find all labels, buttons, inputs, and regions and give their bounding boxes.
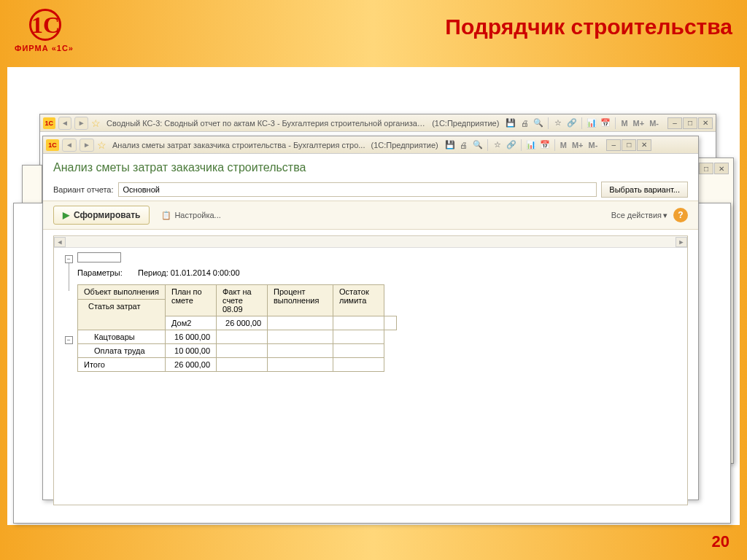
report-heading: Анализ сметы затрат заказчика строительс… [43, 154, 698, 179]
app-icon: 1C [46, 139, 59, 151]
cell-percent [268, 344, 333, 358]
table-row: Оплата труда 10 000,00 [78, 344, 397, 358]
maximize-button[interactable]: □ [622, 139, 636, 151]
minimize-button[interactable]: – [667, 117, 682, 129]
calendar-icon[interactable]: 📅 [600, 117, 611, 129]
m-plus-button[interactable]: M+ [632, 119, 646, 128]
play-icon: ▶ [63, 210, 69, 220]
m-minus-button[interactable]: M- [587, 141, 599, 149]
cell-remain [333, 358, 384, 372]
all-actions-menu[interactable]: Все действия ▾ [611, 211, 667, 220]
slide-number: 20 [712, 532, 729, 551]
logo-1c-icon: 1C [29, 9, 61, 41]
generate-button[interactable]: ▶ Сформировать [53, 206, 150, 225]
m-minus-button[interactable]: M- [648, 119, 660, 128]
app-name: (1С:Предприятие) [432, 119, 499, 128]
variant-label: Вариант отчета: [53, 185, 114, 194]
nav-fwd-button[interactable]: ► [74, 117, 88, 130]
report-body: ◄ ► − − Параметры: Период: 01.01.2014 0:… [53, 236, 688, 505]
generate-label: Сформировать [74, 210, 140, 220]
cell-percent [268, 330, 333, 344]
params-value: Период: 01.01.2014 0:00:00 [138, 268, 240, 277]
table-row: Кацтовары 16 000,00 [78, 330, 397, 344]
minimize-button[interactable]: – [606, 139, 621, 151]
chevron-down-icon: ▾ [663, 211, 667, 220]
window-title: Сводный КС-3: Сводный отчет по актам КС-… [107, 119, 426, 128]
m-button[interactable]: M [619, 119, 629, 128]
close-button[interactable]: ✕ [714, 163, 729, 174]
tree-collapse-button[interactable]: − [65, 255, 73, 263]
cell-percent [268, 358, 333, 372]
cell-remain [333, 344, 384, 358]
cell-percent [333, 316, 384, 330]
selection-box [77, 252, 121, 262]
scroll-track[interactable] [66, 237, 676, 247]
nav-back-button[interactable]: ◄ [58, 117, 72, 130]
settings-button[interactable]: 📋 Настройка... [155, 206, 226, 224]
cell-fact [268, 316, 333, 330]
cell-name: Дом2 [166, 316, 217, 330]
col-fact: Факт на счете 08.09 [217, 285, 268, 316]
app-name: (1С:Предприятие) [371, 141, 438, 149]
nav-back-button[interactable]: ◄ [62, 139, 77, 152]
cell-remain [384, 316, 397, 330]
preview-icon[interactable]: 🔍 [472, 139, 484, 151]
close-button[interactable]: ✕ [698, 117, 713, 129]
m-plus-button[interactable]: M+ [570, 141, 585, 149]
calc-icon[interactable]: 📊 [525, 139, 537, 151]
maximize-button[interactable]: □ [683, 117, 697, 129]
window-main: 1C ◄ ► ☆ Анализ сметы затрат заказчика с… [42, 136, 699, 500]
scroll-left-button[interactable]: ◄ [54, 237, 66, 247]
cell-total-name: Итого [78, 358, 166, 372]
save-icon[interactable]: 💾 [444, 139, 456, 151]
app-icon: 1C [43, 117, 55, 129]
maximize-button[interactable]: □ [699, 163, 713, 174]
save-icon[interactable]: 💾 [505, 117, 516, 129]
print-icon[interactable]: 🖨 [519, 117, 530, 129]
favorite-icon[interactable]: ☆ [91, 117, 101, 129]
link-icon[interactable]: 🔗 [566, 117, 578, 129]
col-remain: Остаток лимита [333, 285, 384, 316]
slide-title: Подрядчик строительства [445, 9, 732, 39]
cell-name: Кацтовары [78, 330, 166, 344]
cell-plan: 26 000,00 [217, 316, 268, 330]
scroll-right-button[interactable]: ► [676, 237, 687, 247]
cell-remain [333, 330, 384, 344]
help-button[interactable]: ? [673, 208, 688, 222]
link-icon[interactable]: 🔗 [506, 139, 517, 151]
nav-fwd-button[interactable]: ► [80, 139, 94, 152]
col-object: Объект выполнения [84, 287, 159, 296]
star-icon[interactable]: ☆ [552, 117, 564, 129]
window-title: Анализ сметы затрат заказчика строительс… [112, 141, 365, 149]
cell-name: Оплата труда [78, 344, 166, 358]
cell-fact [217, 358, 268, 372]
m-button[interactable]: M [559, 141, 568, 149]
favorite-icon[interactable]: ☆ [97, 139, 107, 151]
settings-label: Настройка... [174, 211, 220, 219]
report-table: Объект выполнения Статья затрат План по … [77, 284, 397, 372]
logo: 1C ФИРМА «1С» [15, 9, 74, 52]
col-plan: План по смете [166, 285, 217, 316]
logo-subtitle: ФИРМА «1С» [15, 44, 74, 52]
calendar-icon[interactable]: 📅 [539, 139, 551, 151]
close-button[interactable]: ✕ [637, 139, 651, 151]
cell-total-plan: 26 000,00 [166, 358, 217, 372]
print-icon[interactable]: 🖨 [458, 139, 470, 151]
preview-icon[interactable]: 🔍 [533, 117, 544, 129]
tree-collapse-button[interactable]: − [65, 336, 73, 344]
cell-plan: 16 000,00 [166, 330, 217, 344]
cell-fact [217, 344, 268, 358]
table-total-row: Итого 26 000,00 [78, 358, 397, 372]
all-actions-label: Все действия [611, 211, 662, 219]
cell-fact [217, 330, 268, 344]
cell-plan: 10 000,00 [166, 344, 217, 358]
col-percent: Процент выполнения [268, 285, 333, 316]
select-variant-button[interactable]: Выбрать вариант... [601, 182, 688, 198]
params-label: Параметры: [77, 268, 136, 277]
calc-icon[interactable]: 📊 [586, 117, 597, 129]
variant-input[interactable] [118, 182, 597, 197]
settings-icon: 📋 [161, 211, 171, 220]
star-icon[interactable]: ☆ [492, 139, 503, 151]
col-article: Статья затрат [78, 299, 165, 311]
